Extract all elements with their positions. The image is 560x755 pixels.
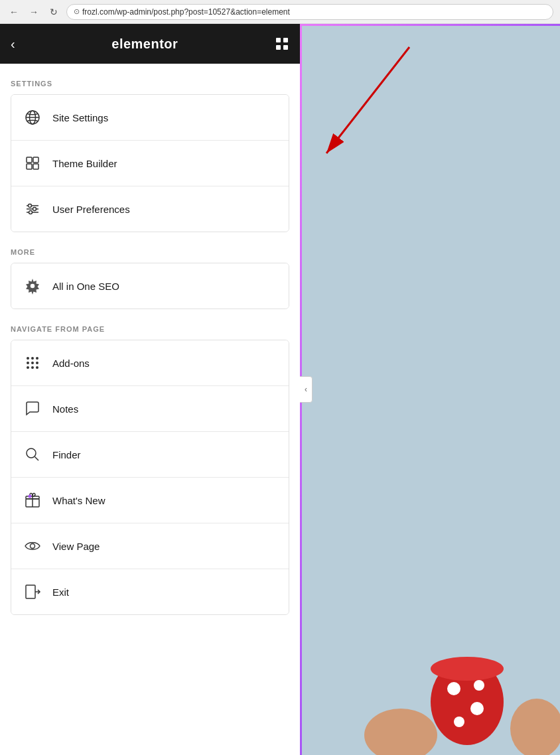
svg-line-38 <box>326 47 409 153</box>
site-settings-label: Site Settings <box>52 112 108 123</box>
menu-item-add-ons[interactable]: Add-ons <box>11 340 289 386</box>
svg-point-22 <box>27 362 29 364</box>
menu-item-site-settings[interactable]: Site Settings <box>11 95 289 141</box>
menu-item-finder[interactable]: Finder <box>11 432 289 478</box>
globe-icon <box>22 107 43 128</box>
svg-rect-10 <box>33 164 38 169</box>
svg-point-14 <box>29 204 32 208</box>
notes-label: Notes <box>52 403 78 415</box>
sidebar-grid-button[interactable] <box>275 36 289 51</box>
settings-menu-group: Site Settings Theme Builder <box>11 94 289 232</box>
browser-bar: ← → ↻ ⊙ frozl.com/wp-admin/post.php?post… <box>0 0 560 24</box>
navigate-menu-group: Add-ons Notes <box>11 340 289 615</box>
svg-point-15 <box>33 208 36 211</box>
svg-point-24 <box>36 362 38 364</box>
menu-item-view-page[interactable]: View Page <box>11 523 289 569</box>
canvas-area: ‹ <box>300 24 560 755</box>
collapse-handle[interactable]: ‹ <box>300 376 313 403</box>
more-section-label: MORE <box>11 248 289 256</box>
url-bar[interactable]: ⊙ frozl.com/wp-admin/post.php?post=10527… <box>66 4 553 20</box>
exit-icon <box>22 581 43 602</box>
svg-point-27 <box>36 366 38 369</box>
svg-point-20 <box>31 357 34 360</box>
menu-item-theme-builder[interactable]: Theme Builder <box>11 141 289 186</box>
svg-rect-7 <box>27 157 32 163</box>
svg-point-44 <box>454 717 464 727</box>
all-in-one-seo-label: All in One SEO <box>52 281 119 292</box>
svg-point-16 <box>29 211 33 214</box>
chat-icon <box>22 398 43 419</box>
red-arrow-annotation <box>307 44 439 190</box>
forward-button[interactable]: → <box>27 5 41 19</box>
svg-point-21 <box>36 357 38 360</box>
gift-icon <box>22 490 43 511</box>
menu-item-user-preferences[interactable]: User Preferences <box>11 186 289 232</box>
url-text: frozl.com/wp-admin/post.php?post=10527&a… <box>82 7 290 17</box>
menu-item-whats-new[interactable]: What's New <box>11 478 289 523</box>
grid-dots-icon <box>22 352 43 374</box>
svg-rect-1 <box>283 38 288 42</box>
svg-point-42 <box>447 682 460 695</box>
menu-item-notes[interactable]: Notes <box>11 386 289 432</box>
add-ons-label: Add-ons <box>52 358 90 369</box>
svg-point-28 <box>27 448 36 458</box>
finder-label: Finder <box>52 449 81 460</box>
svg-rect-8 <box>33 157 38 163</box>
svg-point-46 <box>510 699 560 755</box>
sidebar-header: ‹ elementor <box>0 24 300 64</box>
menu-item-all-in-one-seo[interactable]: All in One SEO <box>11 263 289 309</box>
eye-icon <box>22 535 43 557</box>
svg-point-45 <box>474 680 484 691</box>
svg-point-26 <box>31 366 34 369</box>
menu-item-exit[interactable]: Exit <box>11 569 289 614</box>
exit-label: Exit <box>52 586 69 598</box>
settings-section-label: SETTINGS <box>11 80 289 88</box>
svg-point-23 <box>31 362 34 364</box>
svg-point-43 <box>470 702 484 715</box>
reload-button[interactable]: ↻ <box>46 5 61 19</box>
svg-point-25 <box>27 366 29 369</box>
svg-point-41 <box>431 657 504 681</box>
navigate-section-label: NAVIGATE FROM PAGE <box>11 325 289 333</box>
svg-point-18 <box>30 283 35 289</box>
svg-point-39 <box>364 709 437 755</box>
back-button[interactable]: ← <box>7 5 21 19</box>
canvas-image <box>361 649 560 755</box>
gear-icon <box>22 275 43 297</box>
layout-icon <box>22 153 43 174</box>
canvas-mug-svg <box>361 649 560 755</box>
svg-rect-3 <box>283 45 288 50</box>
svg-point-19 <box>27 357 29 360</box>
svg-rect-0 <box>276 38 281 42</box>
theme-builder-label: Theme Builder <box>52 158 117 169</box>
svg-rect-2 <box>276 45 281 50</box>
view-page-label: View Page <box>52 541 100 552</box>
sidebar: ‹ elementor SETTINGS <box>0 24 300 755</box>
sidebar-title: elementor <box>111 36 178 52</box>
svg-point-34 <box>31 544 35 549</box>
svg-line-29 <box>35 457 39 461</box>
canvas-border-top <box>300 24 560 26</box>
svg-point-33 <box>29 495 32 498</box>
user-preferences-label: User Preferences <box>52 204 130 215</box>
sidebar-back-button[interactable]: ‹ <box>11 36 15 52</box>
whats-new-label: What's New <box>52 495 105 506</box>
security-icon: ⊙ <box>74 7 80 16</box>
search-icon <box>22 444 43 465</box>
sidebar-body: SETTINGS Site Settings <box>0 64 300 644</box>
sliders-icon <box>22 198 43 220</box>
svg-rect-9 <box>27 164 32 169</box>
more-menu-group: All in One SEO <box>11 263 289 309</box>
main-content: ‹ elementor SETTINGS <box>0 24 560 755</box>
svg-rect-35 <box>26 585 35 598</box>
